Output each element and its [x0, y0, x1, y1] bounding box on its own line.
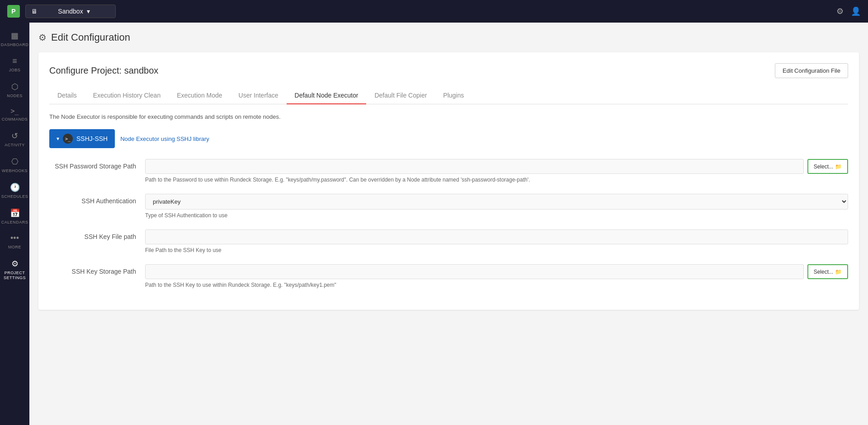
- sidebar-item-label: ACTIVITY: [5, 143, 25, 148]
- ssh-key-file-help-text: File Path to the SSH Key to use: [145, 247, 848, 253]
- field-label-ssh-key-file: SSH Key File path: [49, 229, 140, 240]
- sidebar-item-label: DASHBOARD: [1, 42, 29, 47]
- tab-details[interactable]: Details: [49, 87, 85, 104]
- edit-configuration-file-button[interactable]: Edit Configuration File: [775, 63, 848, 78]
- ssh-key-storage-path-input[interactable]: [145, 264, 804, 279]
- executor-button[interactable]: ▾ >_ SSHJ-SSH: [49, 129, 115, 148]
- topbar-actions: ⚙ 👤: [836, 6, 861, 16]
- tab-user-interface[interactable]: User Interface: [231, 87, 287, 104]
- field-input-row: Select... 📁: [145, 159, 848, 174]
- sidebar: ▦ DASHBOARD ≡ JOBS ⬡ NODES >_ COMMANDS ↺…: [0, 23, 29, 425]
- field-content-ssh-key-storage: Select... 📁 Path to the SSH Key to use w…: [145, 264, 848, 288]
- ssh-key-file-path-input[interactable]: [145, 229, 848, 244]
- card-header: Configure Project: sandbox Edit Configur…: [49, 63, 848, 78]
- sidebar-item-dashboard[interactable]: ▦ DASHBOARD: [0, 26, 29, 52]
- sidebar-item-label: JOBS: [9, 68, 21, 73]
- folder-icon: 📁: [835, 269, 842, 275]
- settings-icon[interactable]: ⚙: [836, 6, 844, 16]
- tab-default-file-copier[interactable]: Default File Copier: [366, 87, 435, 104]
- user-icon[interactable]: 👤: [851, 6, 861, 16]
- tab-plugins[interactable]: Plugins: [435, 87, 472, 104]
- topbar: P 🖥 Sandbox ▾ ⚙ 👤: [0, 0, 868, 23]
- field-label-ssh-auth: SSH Authentication: [49, 194, 140, 205]
- field-ssh-authentication: SSH Authentication privateKey password T…: [49, 194, 848, 219]
- sidebar-item-more[interactable]: ••• MORE: [0, 229, 29, 254]
- card-title: Configure Project: sandbox: [49, 65, 158, 76]
- ssh-auth-help-text: Type of SSH Authentication to use: [145, 212, 848, 219]
- node-executor-description: The Node Executor is responsible for exe…: [49, 113, 848, 120]
- tabs: Details Execution History Clean Executio…: [49, 87, 848, 104]
- gear-icon: ⚙: [38, 32, 47, 43]
- project-settings-icon: ⚙: [11, 259, 19, 269]
- ssh-key-storage-select-button[interactable]: Select... 📁: [807, 264, 848, 279]
- field-ssh-key-storage-path: SSH Key Storage Path Select... 📁 Path to…: [49, 264, 848, 288]
- tab-default-node-executor[interactable]: Default Node Executor: [287, 87, 367, 104]
- sidebar-item-label: COMMANDS: [2, 117, 28, 122]
- ssh-password-storage-path-input[interactable]: [145, 159, 804, 174]
- sidebar-item-label: MORE: [8, 245, 21, 250]
- ssh-authentication-select[interactable]: privateKey password: [145, 194, 848, 210]
- more-icon: •••: [10, 234, 19, 243]
- field-input-row: Select... 📁: [145, 264, 848, 279]
- project-name: Sandbox: [58, 8, 83, 15]
- dropdown-arrow-icon: ▾: [57, 135, 59, 142]
- executor-btn-label: SSHJ-SSH: [76, 135, 108, 142]
- project-select[interactable]: 🖥 Sandbox ▾: [25, 5, 116, 18]
- app-logo: P: [7, 5, 20, 18]
- sidebar-item-nodes[interactable]: ⬡ NODES: [0, 77, 29, 103]
- tab-execution-mode[interactable]: Execution Mode: [169, 87, 230, 104]
- page-header: ⚙ Edit Configuration: [38, 32, 859, 43]
- select-btn-label: Select...: [814, 163, 833, 170]
- field-label-ssh-key-storage: SSH Key Storage Path: [49, 264, 140, 275]
- calendars-icon: 📅: [10, 208, 20, 218]
- field-content-ssh-auth: privateKey password Type of SSH Authenti…: [145, 194, 848, 219]
- dashboard-icon: ▦: [11, 31, 19, 41]
- sidebar-item-label: WEBHOOKS: [2, 168, 28, 173]
- sidebar-item-label: SCHEDULES: [1, 194, 28, 199]
- field-label-ssh-password: SSH Password Storage Path: [49, 159, 140, 170]
- schedules-icon: 🕐: [10, 182, 20, 192]
- page-title: Edit Configuration: [51, 32, 130, 43]
- ssh-password-select-button[interactable]: Select... 📁: [807, 159, 848, 174]
- sidebar-item-schedules[interactable]: 🕐 SCHEDULES: [0, 178, 29, 204]
- field-ssh-key-file-path: SSH Key File path File Path to the SSH K…: [49, 229, 848, 253]
- sidebar-item-project-settings[interactable]: ⚙ PROJECT SETTINGS: [0, 254, 29, 285]
- nodes-icon: ⬡: [11, 82, 19, 92]
- sidebar-item-activity[interactable]: ↺ ACTIVITY: [0, 126, 29, 152]
- ssh-key-storage-help-text: Path to the SSH Key to use within Rundec…: [145, 282, 848, 288]
- config-card: Configure Project: sandbox Edit Configur…: [38, 52, 859, 310]
- field-ssh-password-storage-path: SSH Password Storage Path Select... 📁 Pa…: [49, 159, 848, 183]
- content-area: ⚙ Edit Configuration Configure Project: …: [29, 23, 868, 425]
- jobs-icon: ≡: [12, 56, 17, 66]
- sidebar-item-label: NODES: [7, 93, 23, 98]
- tab-execution-history-clean[interactable]: Execution History Clean: [85, 87, 169, 104]
- field-content-ssh-password: Select... 📁 Path to the Password to use …: [145, 159, 848, 183]
- executor-row: ▾ >_ SSHJ-SSH Node Executor using SSHJ l…: [49, 129, 848, 148]
- select-btn-label: Select...: [814, 269, 833, 275]
- ssh-password-help-text: Path to the Password to use within Runde…: [145, 177, 848, 183]
- sidebar-item-jobs[interactable]: ≡ JOBS: [0, 52, 29, 77]
- activity-icon: ↺: [11, 131, 18, 141]
- field-content-ssh-key-file: File Path to the SSH Key to use: [145, 229, 848, 253]
- sidebar-item-label: PROJECT SETTINGS: [2, 271, 28, 280]
- webhooks-icon: ⎔: [11, 157, 19, 167]
- commands-icon: >_: [10, 107, 19, 115]
- terminal-icon: >_: [63, 134, 73, 144]
- sidebar-item-calendars[interactable]: 📅 CALENDARS: [0, 204, 29, 229]
- executor-link[interactable]: Node Executor using SSHJ library: [120, 135, 209, 142]
- chevron-down-icon: ▾: [87, 8, 110, 15]
- project-icon: 🖥: [31, 8, 54, 15]
- folder-icon: 📁: [835, 163, 842, 170]
- sidebar-item-webhooks[interactable]: ⎔ WEBHOOKS: [0, 152, 29, 178]
- sidebar-item-label: CALENDARS: [1, 220, 28, 225]
- sidebar-item-commands[interactable]: >_ COMMANDS: [0, 103, 29, 126]
